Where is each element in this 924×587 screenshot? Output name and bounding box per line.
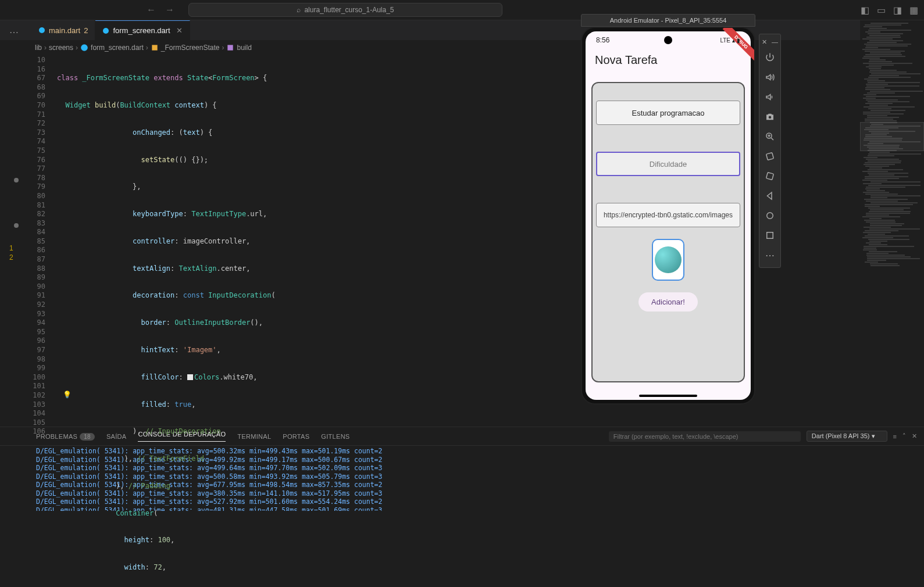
form-card: Estudar programacao Dificuldade https://… [591, 82, 745, 382]
back-triangle-icon[interactable] [761, 186, 779, 206]
name-input[interactable]: Estudar programacao [596, 101, 740, 125]
app-bar-title: Nova Tarefa [586, 49, 751, 73]
more-icon[interactable]: ⋯ [761, 245, 779, 265]
image-preview [652, 239, 684, 281]
editor-gutter: 1 2 💡 [0, 55, 24, 427]
android-status-bar: 8:56 LTE ▴ ▮ [586, 31, 751, 49]
emulator-title: Android Emulator - Pixel_8_API_35:5554 [581, 14, 755, 27]
android-nav-bar[interactable] [586, 392, 751, 400]
chevron-right-icon: › [44, 44, 47, 52]
overview-square-icon[interactable] [761, 226, 779, 245]
breadcrumb-item[interactable]: lib [35, 44, 42, 52]
network-label: LTE [720, 37, 730, 44]
nav-back-icon[interactable]: ← [144, 2, 158, 17]
home-circle-icon[interactable] [761, 206, 779, 226]
minimap[interactable] [860, 20, 924, 421]
layout-panel-icon[interactable]: ▭ [875, 4, 887, 16]
battery-icon: ▮ [737, 37, 740, 44]
minimize-icon[interactable]: — [770, 38, 780, 46]
layout-primary-icon[interactable]: ◧ [859, 4, 871, 16]
svg-point-0 [39, 27, 45, 33]
breadcrumb-item[interactable]: screens [49, 44, 73, 52]
chevron-right-icon: › [146, 44, 148, 52]
class-icon [151, 44, 159, 52]
breadcrumb-item[interactable]: build [237, 44, 251, 52]
rotate-left-icon[interactable] [761, 146, 779, 166]
emulator-window: Android Emulator - Pixel_8_API_35:5554 D… [581, 14, 755, 405]
gutter-annotation: 2 [9, 253, 13, 262]
editor-tab-bar: main.dart 2 form_screen.dart ✕ ◫ ⋯ [0, 20, 924, 41]
dart-file-icon [102, 27, 109, 34]
dart-file-icon [80, 44, 88, 52]
command-center-search[interactable]: ⌕ alura_flutter_curso_1-Aula_5 [188, 3, 502, 17]
tab-main-dart[interactable]: main.dart 2 [31, 20, 95, 40]
close-icon[interactable]: ✕ [760, 38, 769, 46]
chevron-right-icon: › [222, 44, 224, 52]
breadcrumb[interactable]: lib › screens › form_screen.dart › _Form… [0, 41, 924, 55]
emulator-screen[interactable]: DEBUG 8:56 LTE ▴ ▮ Nova Tarefa Estudar p… [586, 31, 751, 400]
breadcrumb-item[interactable]: _FormScreenState [161, 44, 220, 52]
add-button[interactable]: Adicionar! [638, 292, 698, 312]
fold-marker-icon[interactable] [14, 178, 19, 182]
svg-point-1 [103, 28, 109, 34]
camera-cutout-icon [664, 36, 672, 44]
tab-form-screen-dart[interactable]: form_screen.dart ✕ [95, 20, 190, 40]
signal-icon: ▴ [732, 37, 735, 44]
minimap-viewport[interactable] [860, 122, 924, 151]
rotate-right-icon[interactable] [761, 166, 779, 186]
svg-point-5 [769, 116, 772, 119]
status-time: 8:56 [596, 36, 609, 44]
svg-point-2 [81, 44, 88, 51]
search-icon: ⌕ [297, 6, 301, 14]
nav-pill-icon [639, 395, 697, 397]
camera-icon[interactable] [761, 107, 779, 127]
code-editor[interactable]: 1 2 💡 1016676869707172737475767778798081… [0, 55, 924, 427]
svg-rect-4 [228, 45, 233, 50]
layout-customize-icon[interactable]: ▦ [908, 4, 919, 16]
preview-avatar-icon [655, 246, 682, 273]
volume-down-icon[interactable] [761, 87, 779, 107]
svg-rect-3 [152, 45, 157, 50]
breadcrumb-item[interactable]: form_screen.dart [91, 44, 144, 52]
lightbulb-icon[interactable]: 💡 [63, 391, 72, 399]
color-swatch-icon [187, 374, 193, 380]
code-area[interactable]: class _FormScreenState extends State<For… [52, 55, 924, 427]
tab-label: main.dart [49, 26, 80, 35]
volume-up-icon[interactable] [761, 67, 779, 87]
layout-secondary-icon[interactable]: ◨ [891, 4, 903, 16]
emulator-device-frame: DEBUG 8:56 LTE ▴ ▮ Nova Tarefa Estudar p… [581, 27, 755, 405]
fold-marker-icon[interactable] [14, 223, 19, 228]
close-icon[interactable]: ✕ [176, 26, 183, 35]
power-icon[interactable] [761, 48, 779, 67]
image-url-input[interactable]: https://encrypted-tbn0.gstatic.com/image… [596, 203, 740, 227]
zoom-in-icon[interactable] [761, 127, 779, 146]
line-number-gutter: 1016676869707172737475767778798081828384… [24, 55, 52, 427]
nav-forward-icon[interactable]: → [163, 2, 177, 17]
gutter-annotation: 1 [9, 244, 13, 252]
method-icon [226, 44, 234, 52]
svg-rect-10 [767, 232, 773, 239]
tab-label: form_screen.dart [113, 26, 170, 35]
emulator-toolbar: ✕ — ⋯ [759, 34, 781, 268]
chevron-right-icon: › [76, 44, 78, 52]
titlebar: ← → ⌕ alura_flutter_curso_1-Aula_5 ◧ ▭ ◨… [0, 0, 924, 20]
dart-file-icon [38, 27, 45, 34]
difficulty-input[interactable]: Dificuldade [596, 152, 740, 176]
svg-rect-8 [766, 173, 774, 180]
more-actions-icon[interactable]: ⋯ [9, 27, 19, 38]
search-text: alura_flutter_curso_1-Aula_5 [304, 6, 394, 14]
svg-point-9 [767, 213, 773, 219]
tab-dirty-count: 2 [84, 26, 88, 35]
svg-rect-7 [766, 153, 774, 160]
